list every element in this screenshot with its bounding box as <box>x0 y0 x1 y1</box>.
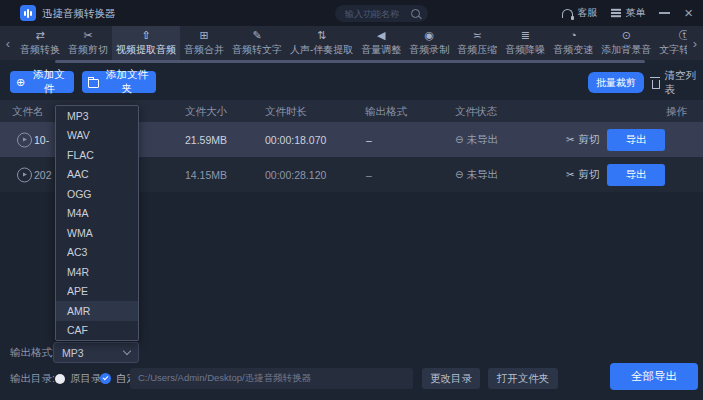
app-logo-audio-wave-icon <box>20 5 36 21</box>
open-folder-button[interactable]: 打开文件夹 <box>488 368 558 389</box>
dropdown-option-caf[interactable]: CAF <box>56 321 138 341</box>
trash-icon <box>652 80 660 89</box>
denoise-icon: ≣ <box>521 30 530 41</box>
toolbar-item-audio-record[interactable]: ◉音频录制 <box>405 26 453 60</box>
dropdown-option-ac3[interactable]: AC3 <box>56 243 138 263</box>
vocal-extract-icon: ⇅ <box>317 30 326 41</box>
function-search[interactable] <box>335 5 428 22</box>
scissors-icon: ✂ <box>566 134 574 145</box>
background-sound-icon: ⊙ <box>622 30 631 41</box>
menu-label: 菜单 <box>625 6 645 20</box>
file-duration: 00:00:18.070 <box>265 134 326 146</box>
cut-button[interactable]: ✂ 剪切 <box>566 133 599 147</box>
dropdown-option-ogg[interactable]: OGG <box>56 184 138 204</box>
output-format-value: – <box>366 169 372 181</box>
close-button[interactable]: × <box>684 0 693 26</box>
col-filesize-header: 文件大小 <box>185 100 227 122</box>
scrollbar-thumb[interactable] <box>55 60 645 63</box>
video-extract-audio-icon: ⇧ <box>141 30 150 41</box>
radio-checked-icon <box>100 373 111 384</box>
app-title: 迅捷音频转换器 <box>42 0 116 26</box>
dropdown-option-flac[interactable]: FLAC <box>56 145 138 165</box>
toolbar-scroll-left[interactable]: ‹ <box>0 26 16 60</box>
toolbar-item-audio-cut[interactable]: ✂音频剪切 <box>64 26 112 60</box>
dropdown-option-ape[interactable]: APE <box>56 282 138 302</box>
add-file-button[interactable]: ⊕ 添加文件 <box>10 71 74 93</box>
hamburger-icon <box>611 12 621 13</box>
dropdown-option-mp3[interactable]: MP3 <box>56 106 138 126</box>
file-name: 202 <box>34 169 52 181</box>
file-status-badge: ⊖ 未导出 <box>455 133 498 147</box>
app-window: 迅捷音频转换器 客服 菜单 × ‹ ⇄音频转换 ✂音频剪切 ⇧视频提取音频 ⊞音… <box>0 0 703 400</box>
status-text: 未导出 <box>466 168 498 182</box>
radio-original-dir[interactable]: 原目录 <box>55 368 102 389</box>
file-status-badge: ⊖ 未导出 <box>455 168 498 182</box>
status-text: 未导出 <box>466 133 498 147</box>
search-icon[interactable] <box>411 9 420 18</box>
dropdown-option-amr[interactable]: AMR <box>56 301 138 321</box>
close-icon: × <box>684 0 693 26</box>
toolbar-item-video-extract-audio[interactable]: ⇧视频提取音频 <box>112 26 180 60</box>
play-button[interactable] <box>17 167 32 182</box>
toolbar-item-audio-convert[interactable]: ⇄音频转换 <box>16 26 64 60</box>
plus-circle-icon: ⊕ <box>16 77 25 88</box>
col-output-format-header: 输出格式 <box>365 100 407 122</box>
toolbar-item-audio-to-text[interactable]: ✎音频转文字 <box>228 26 286 60</box>
file-duration: 00:00:28.120 <box>265 169 326 181</box>
dropdown-option-m4a[interactable]: M4A <box>56 204 138 224</box>
play-button[interactable] <box>17 132 32 147</box>
radio-unchecked-icon <box>55 374 65 384</box>
toolbar-scroll-right[interactable]: › <box>687 26 703 60</box>
file-size: 21.59MB <box>185 134 227 146</box>
folder-icon <box>88 79 99 88</box>
toolbar-item-audio-speed[interactable]: ◔音频变速 <box>549 26 597 60</box>
chevron-down-icon <box>123 347 131 355</box>
chevron-right-icon: › <box>693 36 697 51</box>
support-label: 客服 <box>577 6 597 20</box>
format-dropdown-list: MP3 WAV FLAC AAC OGG M4A WMA AC3 M4R APE… <box>55 105 139 341</box>
toolbar-item-add-background-sound[interactable]: ⊙添加背景音 <box>597 26 655 60</box>
batch-trim-button[interactable]: 批量裁剪 <box>588 72 644 93</box>
minimize-button[interactable] <box>659 12 670 14</box>
compress-icon: ≍ <box>473 30 482 41</box>
col-status-header: 文件状态 <box>455 100 497 122</box>
toolbar-item-audio-merge[interactable]: ⊞音频合并 <box>180 26 228 60</box>
cut-button[interactable]: ✂ 剪切 <box>566 168 599 182</box>
speed-clock-icon: ◔ <box>570 30 577 41</box>
speaker-icon: ◀ <box>377 30 385 41</box>
toolbar-item-vocal-accompaniment-extract[interactable]: ⇅人声-伴奏提取 <box>286 26 357 60</box>
toolbar-item-audio-denoise[interactable]: ≣音频降噪 <box>501 26 549 60</box>
dropdown-option-wma[interactable]: WMA <box>56 223 138 243</box>
col-duration-header: 文件时长 <box>265 100 307 122</box>
export-all-button[interactable]: 全部导出 <box>610 363 698 390</box>
support-button[interactable]: 客服 <box>562 6 597 20</box>
titlebar: 迅捷音频转换器 客服 菜单 × <box>0 0 703 26</box>
selected-format: MP3 <box>62 347 84 359</box>
output-format-select[interactable]: MP3 <box>53 342 139 363</box>
dropdown-option-m4r[interactable]: M4R <box>56 262 138 282</box>
audio-merge-icon: ⊞ <box>199 30 208 41</box>
dropdown-option-wav[interactable]: WAV <box>56 126 138 146</box>
toolbar-scrollbar[interactable] <box>0 60 703 63</box>
output-format-label: 输出格式: <box>10 342 55 363</box>
toolbar-item-volume-adjust[interactable]: ◀音量调整 <box>357 26 405 60</box>
not-exported-icon: ⊖ <box>455 169 463 180</box>
toolbar-item-text-to-speech[interactable]: ⓣ文字转语音 <box>655 26 689 60</box>
file-size: 14.15MB <box>185 169 227 181</box>
output-path-input[interactable] <box>130 368 413 389</box>
col-actions-header: 操作 <box>666 100 687 122</box>
audio-cut-icon: ✂ <box>83 30 92 41</box>
add-folder-button[interactable]: 添加文件夹 <box>82 71 156 93</box>
dropdown-option-aac[interactable]: AAC <box>56 165 138 185</box>
file-name: 10- <box>34 134 49 146</box>
output-dir-label: 输出目录: <box>10 368 55 389</box>
toolbar-item-audio-compress[interactable]: ≍音频压缩 <box>453 26 501 60</box>
menu-button[interactable]: 菜单 <box>611 6 645 20</box>
chevron-left-icon: ‹ <box>6 36 10 51</box>
export-button[interactable]: 导出 <box>607 129 665 151</box>
minimize-icon <box>659 12 670 14</box>
search-input[interactable] <box>343 8 411 20</box>
clear-list-button[interactable]: 清空列表 <box>652 72 703 93</box>
export-button[interactable]: 导出 <box>607 164 665 186</box>
change-dir-button[interactable]: 更改目录 <box>422 368 480 389</box>
